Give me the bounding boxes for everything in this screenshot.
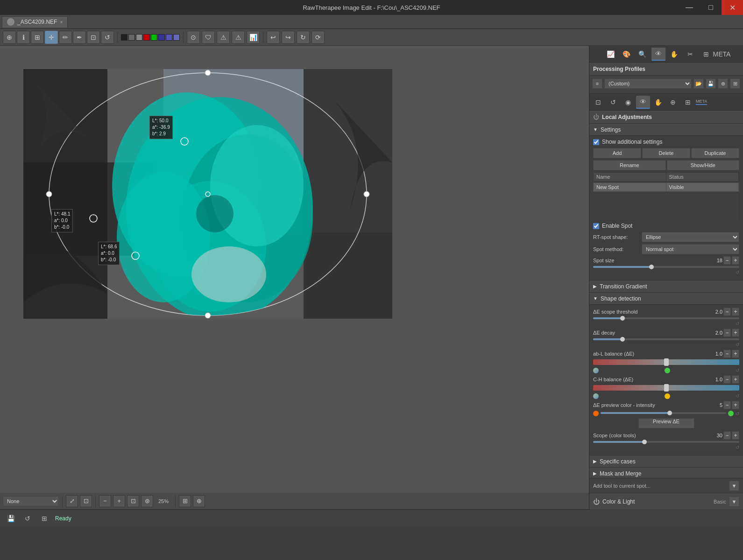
spot-method-select[interactable]: Normal spot [642, 244, 739, 254]
ch-slider-thumb[interactable] [664, 384, 669, 392]
zoom-fit-btn[interactable]: ⊡ [127, 495, 139, 507]
de-scope-minus[interactable]: − [723, 308, 731, 316]
fit-btn[interactable]: ⤢ [66, 495, 78, 507]
transition-gradient-header[interactable]: ▶ Transition Gradient [589, 280, 743, 293]
rename-button[interactable]: Rename [593, 160, 666, 170]
show-hide-button[interactable]: Show/Hide [667, 160, 740, 170]
de-decay-slider[interactable] [593, 338, 739, 340]
mask-merge-header[interactable]: ▶ Mask and Merge [589, 468, 743, 478]
tool-redo1-btn[interactable]: ↪ [282, 31, 295, 44]
rp2-tab-7[interactable]: ⊞ [681, 96, 695, 109]
swatch-mid[interactable] [128, 34, 135, 41]
rp-tab-hand[interactable]: ✋ [667, 48, 681, 61]
tab-close-button[interactable]: × [60, 20, 63, 25]
zoom-out-btn[interactable]: − [99, 495, 111, 507]
de-preview-minus[interactable]: − [723, 401, 731, 409]
close-button[interactable]: ✕ [722, 0, 743, 15]
tool-info-btn[interactable]: ℹ [17, 31, 30, 44]
tool-warn1-btn[interactable]: ⚠ [217, 31, 230, 44]
scope-minus[interactable]: − [723, 431, 731, 440]
pp-icon-1[interactable]: ≡ [592, 78, 602, 89]
pp-paste-btn[interactable]: ⊞ [730, 78, 740, 89]
scope-reset[interactable]: ↺ [736, 445, 739, 450]
show-additional-checkbox[interactable] [593, 139, 599, 145]
de-scope-plus[interactable]: + [732, 308, 739, 316]
rp-tab-detail[interactable]: 🔍 [636, 48, 650, 61]
spot-row-1[interactable]: New Spot Visible [593, 182, 739, 192]
ab-l-minus[interactable]: − [723, 350, 731, 358]
file-tab[interactable]: _ASC4209.NEF × [2, 16, 68, 28]
pp-select[interactable]: (Custom) [604, 78, 692, 89]
enable-spot-checkbox[interactable] [593, 223, 599, 229]
swatch-dark[interactable] [121, 34, 127, 41]
view-btn[interactable]: ⊕ [193, 495, 205, 507]
de-preview-slider[interactable] [601, 412, 726, 414]
duplicate-button[interactable]: Duplicate [691, 148, 739, 158]
ch-reset[interactable]: ↺ [736, 393, 739, 399]
nav-select[interactable]: None [3, 496, 59, 506]
specific-cases-header[interactable]: ▶ Specific cases [589, 455, 743, 468]
color-light-dropdown[interactable]: ▼ [729, 497, 739, 507]
swatch-gray[interactable] [136, 34, 142, 41]
scope-plus[interactable]: + [732, 431, 739, 440]
scope-thumb[interactable] [642, 440, 647, 444]
rp2-tab-4[interactable]: 👁 [636, 96, 650, 109]
swatch-indigo[interactable] [166, 34, 172, 41]
rp2-tab-1[interactable]: ⊡ [591, 96, 605, 109]
tool-redo2-btn[interactable]: ↻ [297, 31, 310, 44]
tool-cursor-btn[interactable]: ✛ [45, 31, 58, 44]
tool-pen-btn[interactable]: ✒ [73, 31, 86, 44]
tool-add-btn[interactable]: ⊕ [3, 31, 16, 44]
minimize-button[interactable]: — [679, 0, 700, 15]
rp2-tab-2[interactable]: ↺ [606, 96, 620, 109]
spot-size-thumb[interactable] [649, 265, 654, 269]
de-preview-reset[interactable]: ↺ [736, 411, 739, 416]
de-preview-thumb[interactable] [667, 411, 672, 415]
ch-minus[interactable]: − [723, 375, 731, 384]
tool-crop-btn[interactable]: ⊡ [87, 31, 100, 44]
tool-graph-btn[interactable]: 📊 [247, 31, 260, 44]
swatch-violet[interactable] [173, 34, 180, 41]
ch-color-slider[interactable] [593, 385, 739, 391]
de-preview-plus[interactable]: + [732, 401, 739, 409]
scope-slider[interactable] [593, 441, 739, 443]
grid-btn[interactable]: ⊞ [179, 495, 191, 507]
zoom-in-btn[interactable]: + [113, 495, 125, 507]
pp-open-btn[interactable]: 📂 [693, 78, 704, 89]
add-button[interactable]: Add [593, 148, 641, 158]
de-decay-reset[interactable]: ↺ [736, 342, 739, 347]
swatch-green[interactable] [151, 34, 157, 41]
tool-pencil-btn[interactable]: ✏ [59, 31, 72, 44]
spot-size-minus[interactable]: − [723, 256, 731, 265]
rp2-tab-5[interactable]: ✋ [651, 96, 665, 109]
rt-spot-shape-select[interactable]: Ellipse [642, 232, 739, 242]
bottom-refresh-btn[interactable]: ↺ [21, 512, 34, 525]
settings-section-header[interactable]: ▼ Settings [589, 124, 743, 136]
de-decay-thumb[interactable] [620, 337, 625, 342]
bottom-save-btn[interactable]: 💾 [5, 512, 17, 525]
tool-layout-btn[interactable]: ⊞ [31, 31, 44, 44]
fit2-btn[interactable]: ⊡ [80, 495, 92, 507]
de-decay-minus[interactable]: − [723, 329, 731, 337]
de-scope-slider[interactable] [593, 317, 739, 319]
rp2-tab-meta[interactable]: META [696, 99, 707, 105]
pp-save-btn[interactable]: 💾 [706, 78, 716, 89]
rp-tab-color[interactable]: 🎨 [620, 48, 634, 61]
spot-size-plus[interactable]: + [732, 256, 739, 265]
pp-copy-btn[interactable]: ⊕ [718, 78, 728, 89]
tool-shield-btn[interactable]: 🛡 [202, 31, 215, 44]
de-scope-reset[interactable]: ↺ [736, 321, 739, 326]
add-tool-dropdown[interactable]: ▼ [729, 481, 739, 491]
ch-plus[interactable]: + [732, 375, 739, 384]
spot-size-slider[interactable] [593, 266, 739, 268]
swatch-red[interactable] [143, 34, 150, 41]
swatch-blue[interactable] [158, 34, 165, 41]
delete-button[interactable]: Delete [642, 148, 690, 158]
rp-tab-grid[interactable]: ⊞ [699, 48, 713, 61]
rp-tab-hist[interactable]: 📈 [604, 48, 618, 61]
tool-circle-btn[interactable]: ⊙ [187, 31, 200, 44]
rp2-tab-3[interactable]: ◉ [621, 96, 635, 109]
rp-tab-local[interactable]: 👁 [651, 48, 665, 61]
zoom-100-btn[interactable]: ⊛ [141, 495, 153, 507]
rp-tab-meta[interactable]: META [715, 48, 729, 61]
